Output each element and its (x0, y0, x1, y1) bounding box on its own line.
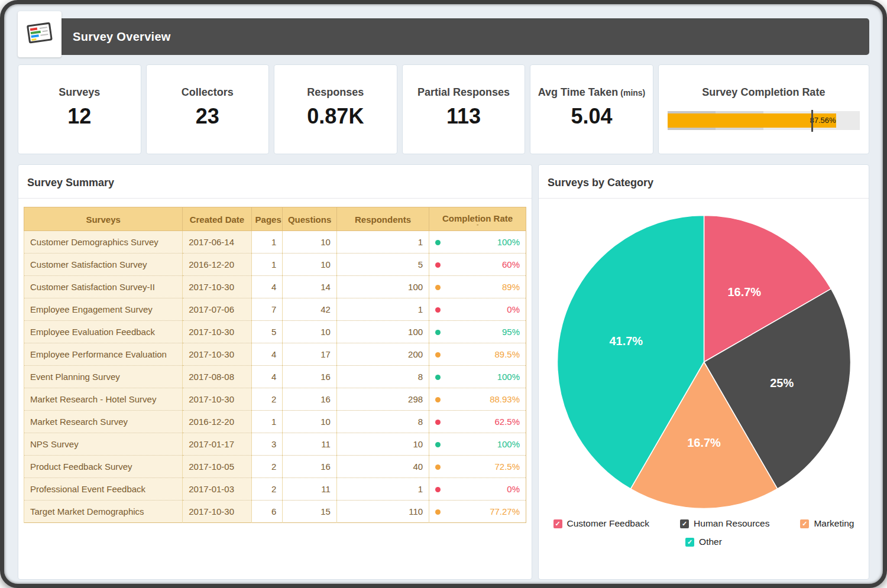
column-header-surveys[interactable]: Surveys (24, 207, 183, 231)
completion-rate-value: 100% (497, 439, 520, 449)
pie-slice-label: 16.7% (727, 285, 761, 298)
cell-questions: 17 (283, 343, 337, 366)
completion-rate-value: 95% (502, 327, 520, 337)
cell-pages: 1 (251, 231, 283, 254)
cell-created-date: 2017-01-17 (183, 433, 251, 456)
legend-label: Human Resources (694, 518, 769, 529)
legend-checkbox-human-resources[interactable]: ✓ (680, 519, 689, 528)
bullet-target-marker (811, 110, 813, 132)
kpi-label-responses: Responses (274, 86, 397, 99)
legend-item-human-resources[interactable]: ✓Human Resources (680, 518, 769, 529)
column-header-pages[interactable]: Pages (251, 207, 283, 231)
cell-questions: 10 (283, 411, 337, 433)
cell-pages: 7 (251, 298, 283, 321)
cell-pages: 1 (251, 411, 283, 433)
column-header-completion-rate[interactable]: Completion Rate- (429, 207, 526, 231)
cell-questions: 16 (283, 456, 337, 478)
kpi-card-responses: Responses0.87K (274, 64, 397, 154)
status-dot-red (435, 420, 441, 425)
cell-created-date: 2017-08-08 (183, 366, 251, 388)
table-header-row: SurveysCreated DatePagesQuestionsRespond… (24, 207, 526, 231)
dashboard-header: Survey Overview (18, 7, 869, 57)
pie-slice-label: 41.7% (609, 334, 643, 347)
kpi-label-partial-responses: Partial Responses (403, 86, 525, 99)
legend-row: ✓Other (539, 537, 869, 547)
table-row: Employee Evaluation Feedback2017-10-3051… (24, 321, 526, 343)
status-dot-red (435, 307, 441, 313)
cell-respondents: 1 (336, 478, 429, 501)
cell-respondents: 8 (336, 366, 429, 388)
cell-created-date: 2016-12-20 (183, 254, 251, 276)
table-row: Product Feedback Survey2017-10-052164072… (24, 456, 526, 478)
kpi-card-avg-time-taken: Avg Time Taken (mins)5.04 (530, 64, 653, 154)
cell-created-date: 2017-10-30 (183, 276, 251, 298)
kpi-label-suffix: (mins) (618, 88, 645, 98)
kpi-value-collectors: 23 (147, 104, 269, 129)
cell-questions: 10 (283, 254, 337, 276)
dashboard-window: Survey Overview Surveys12Collectors23Res… (0, 0, 887, 588)
cell-created-date: 2017-10-05 (183, 456, 251, 478)
page-title: Survey Overview (61, 30, 171, 44)
cell-respondents: 100 (336, 276, 429, 298)
panel-divider (18, 198, 532, 199)
cell-completion-rate: 0% (429, 298, 526, 321)
cell-respondents: 110 (336, 501, 429, 523)
legend-checkbox-customer-feedback[interactable]: ✓ (553, 519, 562, 528)
cell-questions: 10 (283, 231, 337, 254)
surveys-by-category-panel: Surveys by Category 16.7%25%16.7%41.7% ✓… (538, 164, 869, 580)
status-dot-green (435, 240, 441, 245)
survey-summary-panel: Survey Summary SurveysCreated DatePagesQ… (18, 164, 532, 580)
legend-item-other[interactable]: ✓Other (685, 537, 722, 547)
column-header-created-date[interactable]: Created Date (183, 207, 251, 231)
cell-survey-name: Customer Satisfaction Survey-II (24, 276, 183, 298)
cell-pages: 4 (251, 366, 283, 388)
cell-created-date: 2017-10-30 (183, 321, 251, 343)
legend-checkbox-marketing[interactable]: ✓ (800, 519, 809, 528)
cell-pages: 2 (251, 478, 283, 501)
table-row: Employee Engagement Survey2017-07-067421… (24, 298, 526, 321)
cell-respondents: 8 (336, 411, 429, 433)
kpi-label-avg-time-taken: Avg Time Taken (mins) (530, 86, 653, 99)
cell-completion-rate: 88.93% (429, 388, 526, 411)
cell-completion-rate: 100% (429, 433, 526, 456)
cell-created-date: 2017-07-06 (183, 298, 251, 321)
legend-item-customer-feedback[interactable]: ✓Customer Feedback (553, 518, 650, 529)
status-dot-orange (435, 509, 441, 515)
status-dot-orange (435, 352, 441, 358)
cell-created-date: 2017-10-30 (183, 388, 251, 411)
status-dot-red (435, 262, 441, 268)
column-header-questions[interactable]: Questions (283, 207, 337, 231)
completion-rate-value: 100% (497, 237, 520, 247)
cell-survey-name: Employee Evaluation Feedback (24, 321, 183, 343)
cell-survey-name: Professional Event Feedback (24, 478, 183, 501)
kpi-card-collectors: Collectors23 (146, 64, 270, 154)
cell-completion-rate: 72.5% (429, 456, 526, 478)
legend-checkbox-other[interactable]: ✓ (685, 538, 694, 547)
main-row: Survey Summary SurveysCreated DatePagesQ… (18, 164, 869, 580)
cell-survey-name: Market Research Survey (24, 411, 183, 433)
kpi-label-collectors: Collectors (147, 86, 269, 99)
legend-item-marketing[interactable]: ✓Marketing (800, 518, 854, 529)
completion-rate-bullet-chart: 87.56% (668, 111, 860, 131)
cell-questions: 11 (283, 478, 337, 501)
legend-row: ✓Customer Feedback✓Human Resources✓Marke… (539, 518, 869, 529)
cell-respondents: 200 (336, 343, 429, 366)
completion-rate-value: 72.5% (494, 462, 520, 472)
cell-survey-name: Market Research - Hotel Survey (24, 388, 183, 411)
cell-pages: 4 (251, 276, 283, 298)
cell-questions: 42 (283, 298, 337, 321)
kpi-card-survey-completion-rate: Survey Completion Rate87.56% (658, 64, 869, 154)
legend-label: Customer Feedback (567, 518, 650, 529)
column-header-respondents[interactable]: Respondents (336, 207, 429, 231)
status-dot-green (435, 375, 441, 380)
cell-respondents: 5 (336, 254, 429, 276)
legend-label: Other (699, 537, 722, 547)
table-row: NPS Survey2017-01-1731110100% (24, 433, 526, 456)
cell-pages: 5 (251, 321, 283, 343)
cell-questions: 10 (283, 321, 337, 343)
table-row: Event Planning Survey2017-08-084168100% (24, 366, 526, 388)
status-dot-red (435, 487, 441, 492)
kpi-value-surveys: 12 (18, 104, 141, 129)
surveys-by-category-title: Surveys by Category (539, 165, 869, 198)
cell-questions: 16 (283, 366, 337, 388)
